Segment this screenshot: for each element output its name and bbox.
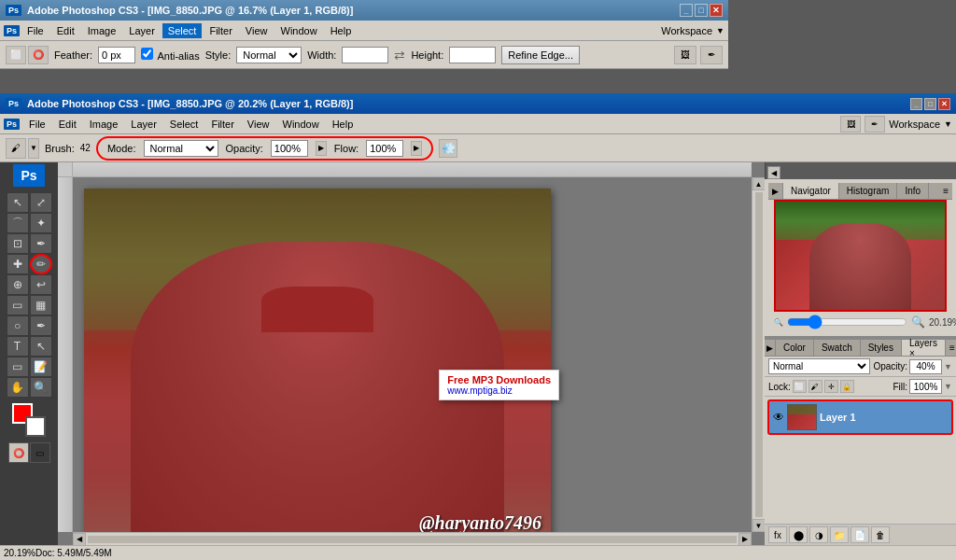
quick-mask-btn[interactable]: ⭕ (8, 442, 29, 463)
bg-feather-input[interactable] (98, 47, 135, 63)
zoom-tool[interactable]: 🔍 (30, 377, 52, 398)
path-select[interactable]: ↖ (30, 336, 52, 357)
fg-menu-view[interactable]: View (242, 117, 275, 132)
bg-close-btn[interactable]: ✕ (710, 4, 723, 17)
scroll-down-btn[interactable]: ▼ (752, 519, 766, 532)
bg-menu-window[interactable]: Window (275, 23, 323, 38)
nav-collapse-btn[interactable]: ▶ (768, 183, 783, 200)
brush-tool active highlighted[interactable]: ✏ (30, 254, 52, 274)
fg-menu-file[interactable]: File (23, 117, 51, 132)
bg-menu-file[interactable]: File (21, 23, 49, 38)
eraser-tool[interactable]: ▭ (7, 295, 29, 315)
spot-heal-tool[interactable]: ✚ (7, 254, 29, 274)
h-scrollbar[interactable]: ◀ ▶ (73, 532, 752, 545)
scroll-right-btn[interactable]: ▶ (738, 533, 752, 546)
fg-menu-help[interactable]: Help (327, 117, 359, 132)
clone-tool[interactable]: ⊕ (7, 274, 29, 295)
tab-swatch[interactable]: Swatch (814, 340, 861, 356)
fg-menu-select[interactable]: Select (164, 117, 204, 132)
new-layer-btn[interactable]: 📄 (851, 526, 869, 543)
opacity-dropdown-arrow[interactable]: ▼ (944, 362, 952, 371)
fg-minimize-btn[interactable]: _ (910, 98, 922, 110)
tab-navigator[interactable]: Navigator (783, 183, 839, 199)
layer-mask-btn[interactable]: ⬤ (789, 526, 808, 543)
arrow-tool[interactable]: ⤢ (30, 192, 52, 213)
panel-strip-btn1[interactable]: ◀ (767, 166, 780, 179)
bg-refine-btn[interactable]: Refine Edge... (501, 46, 580, 64)
bg-minimize-btn[interactable]: _ (680, 4, 693, 17)
fg-menu-edit[interactable]: Edit (53, 117, 82, 132)
fg-menu-window[interactable]: Window (277, 117, 325, 132)
tab-styles[interactable]: Styles (861, 340, 902, 356)
scroll-left-btn[interactable]: ◀ (73, 533, 86, 546)
scroll-up-btn[interactable]: ▲ (752, 177, 766, 190)
fg-brush-arrow[interactable]: ▼ (28, 138, 39, 159)
bg-menu-help[interactable]: Help (325, 23, 358, 38)
mode-select[interactable]: Normal Multiply Screen (144, 140, 218, 157)
bg-icon-btn2[interactable]: ✒ (700, 46, 723, 64)
bg-width-input[interactable] (342, 47, 388, 63)
fg-icon-btn2[interactable]: ✒ (865, 116, 885, 133)
history-brush[interactable]: ↩ (30, 274, 52, 295)
gradient-tool[interactable]: ▦ (30, 295, 52, 315)
fill-arrow[interactable]: ▼ (944, 382, 952, 391)
bg-maximize-btn[interactable]: □ (695, 4, 708, 17)
bg-antialias-check[interactable] (141, 48, 153, 60)
bg-height-input[interactable] (449, 47, 496, 63)
lock-position-btn[interactable]: ✛ (824, 380, 838, 393)
layers-menu-btn[interactable]: ≡ (946, 340, 956, 356)
shape-tool[interactable]: ▭ (7, 357, 29, 377)
tab-layers[interactable]: Layers × (902, 340, 946, 356)
notes-tool[interactable]: 📝 (30, 357, 52, 377)
delete-layer-btn[interactable]: 🗑 (871, 526, 890, 543)
tab-color[interactable]: Color (776, 340, 814, 356)
layer-adjust-btn[interactable]: ◑ (809, 526, 828, 543)
bg-menu-edit[interactable]: Edit (51, 23, 80, 38)
fg-menu-layer[interactable]: Layer (125, 117, 162, 132)
bg-menu-select[interactable]: Select (162, 23, 203, 38)
eyedropper-tool[interactable]: ✒ (30, 233, 52, 254)
bg-rect-select[interactable]: ⬜ (6, 46, 26, 64)
fg-icon-btn1[interactable]: 🖼 (840, 116, 861, 133)
flow-input[interactable] (366, 140, 403, 157)
opacity-arrow[interactable]: ▶ (316, 141, 327, 156)
bg-style-select[interactable]: Normal (236, 47, 302, 63)
bg-workspace-btn[interactable]: Workspace (661, 25, 712, 36)
pen-tool[interactable]: ✒ (30, 315, 52, 336)
hand-tool[interactable]: ✋ (7, 377, 29, 398)
bg-ellipse-select[interactable]: ⭕ (28, 46, 49, 64)
bg-menu-image[interactable]: Image (82, 23, 122, 38)
screen-mode-btn[interactable]: ▭ (30, 442, 50, 463)
type-tool[interactable]: T (7, 336, 29, 357)
zoom-slider[interactable] (787, 315, 907, 329)
layer-visibility-eye[interactable]: 👁 (773, 411, 784, 424)
move-tool[interactable]: ↖ (7, 192, 29, 213)
fg-workspace-arrow[interactable]: ▼ (944, 119, 952, 129)
fg-maximize-btn[interactable]: □ (924, 98, 936, 110)
bg-menu-filter[interactable]: Filter (204, 23, 237, 38)
bg-menu-view[interactable]: View (240, 23, 274, 38)
layers-opacity-input[interactable] (909, 359, 942, 374)
crop-tool[interactable]: ⊡ (7, 233, 29, 254)
bg-color-swatch[interactable] (25, 416, 46, 437)
bg-menu-layer[interactable]: Layer (123, 23, 161, 38)
lock-transparent-btn[interactable]: ⬜ (793, 380, 807, 393)
bg-icon-btn1[interactable]: 🖼 (674, 46, 696, 64)
lock-all-btn[interactable]: 🔒 (840, 380, 854, 393)
fg-workspace-label[interactable]: Workspace (889, 119, 940, 130)
tab-histogram[interactable]: Histogram (839, 183, 898, 199)
h-scroll-track[interactable] (88, 536, 737, 543)
fg-brush-icon[interactable]: 🖌 (6, 138, 26, 159)
fg-menu-image[interactable]: Image (84, 117, 124, 132)
magic-wand-tool[interactable]: ✦ (30, 213, 52, 233)
tab-info[interactable]: Info (897, 183, 929, 199)
lock-pixels-btn[interactable]: 🖌 (808, 380, 822, 393)
airbrush-btn[interactable]: 💨 (439, 139, 457, 158)
v-scroll-track[interactable] (755, 192, 763, 517)
bg-workspace-arrow[interactable]: ▼ (716, 26, 724, 35)
new-group-btn[interactable]: 📁 (830, 526, 849, 543)
lasso-tool[interactable]: ⌒ (7, 213, 29, 233)
nav-menu-btn[interactable]: ≡ (939, 183, 952, 199)
opacity-input[interactable] (271, 140, 308, 157)
layer-fx-btn[interactable]: fx (768, 526, 787, 543)
